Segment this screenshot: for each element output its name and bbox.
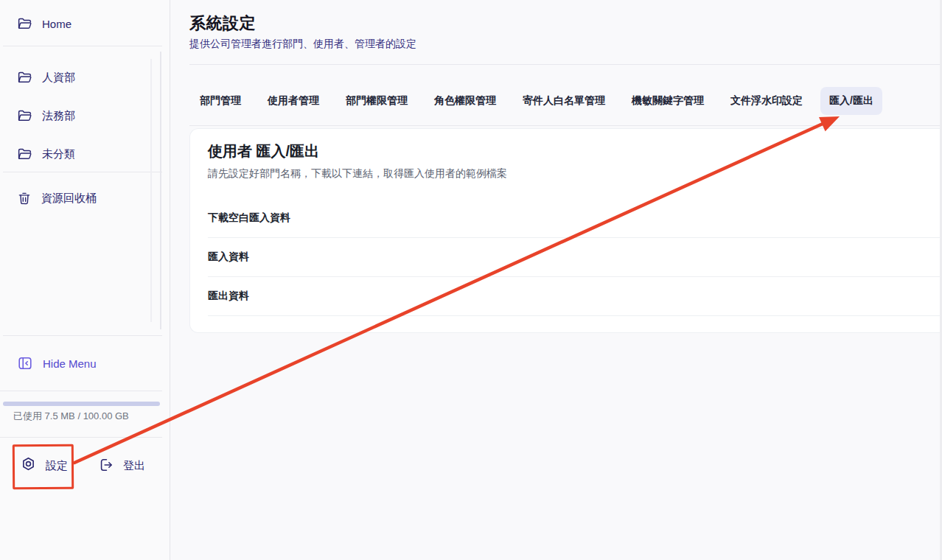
trash-icon bbox=[17, 191, 32, 206]
divider bbox=[3, 46, 162, 46]
folder-icon bbox=[17, 16, 32, 32]
tab-department-management[interactable]: 部門管理 bbox=[191, 87, 250, 115]
gear-icon bbox=[20, 456, 37, 475]
folder-open-icon bbox=[17, 108, 32, 124]
tab-sender-whitelist[interactable]: 寄件人白名單管理 bbox=[514, 87, 614, 115]
divider bbox=[208, 237, 942, 238]
sidebar: Home 人資部 法務部 未分類 bbox=[0, 0, 170, 560]
sidebar-item-label: 未分類 bbox=[42, 147, 75, 161]
tab-sensitive-keywords[interactable]: 機敏關鍵字管理 bbox=[623, 87, 713, 115]
sidebar-item-label: Home bbox=[42, 18, 71, 30]
folder-open-icon bbox=[17, 147, 32, 162]
sidebar-item-label: 法務部 bbox=[42, 109, 75, 123]
page-subtitle: 提供公司管理者進行部門、使用者、管理者的設定 bbox=[189, 38, 416, 51]
divider bbox=[208, 315, 942, 316]
hide-menu-button[interactable]: Hide Menu bbox=[0, 345, 162, 382]
sidebar-item-label: 資源回收桶 bbox=[41, 192, 97, 206]
hide-menu-label: Hide Menu bbox=[43, 357, 97, 370]
panel-heading: 使用者 匯入/匯出 bbox=[208, 141, 319, 161]
collapse-sidebar-icon bbox=[17, 355, 33, 371]
sidebar-item-recycle-bin[interactable]: 資源回收桶 bbox=[0, 179, 162, 217]
logout-icon bbox=[98, 457, 114, 475]
tab-document-watermark[interactable]: 文件浮水印設定 bbox=[722, 87, 812, 115]
download-blank-import-link[interactable]: 下載空白匯入資料 bbox=[208, 211, 290, 225]
scrollbar-track[interactable] bbox=[150, 59, 152, 322]
tab-import-export[interactable]: 匯入/匯出 bbox=[820, 87, 882, 115]
sidebar-item-folder-hr[interactable]: 人資部 bbox=[0, 58, 162, 97]
logout-button[interactable]: 登出 bbox=[98, 454, 145, 477]
logout-label: 登出 bbox=[123, 459, 145, 473]
tab-user-management[interactable]: 使用者管理 bbox=[259, 87, 328, 115]
divider bbox=[0, 391, 162, 391]
sidebar-item-label: 人資部 bbox=[42, 71, 75, 85]
sidebar-item-folder-uncategorized[interactable]: 未分類 bbox=[0, 135, 162, 173]
import-export-panel: 使用者 匯入/匯出 請先設定好部門名稱，下載以下連結，取得匯入使用者的範例檔案 … bbox=[189, 128, 942, 333]
tab-role-permissions[interactable]: 角色權限管理 bbox=[425, 87, 505, 115]
divider bbox=[189, 64, 942, 65]
settings-tabs: 部門管理 使用者管理 部門權限管理 角色權限管理 寄件人白名單管理 機敏關鍵字管… bbox=[191, 87, 882, 115]
import-data-link[interactable]: 匯入資料 bbox=[208, 251, 249, 264]
scrollbar-track[interactable] bbox=[160, 52, 161, 329]
folder-open-icon bbox=[17, 70, 32, 85]
page-title: 系統設定 bbox=[189, 13, 256, 35]
divider bbox=[208, 276, 942, 277]
panel-description: 請先設定好部門名稱，下載以下連結，取得匯入使用者的範例檔案 bbox=[208, 167, 507, 181]
main-content: 系統設定 提供公司管理者進行部門、使用者、管理者的設定 部門管理 使用者管理 部… bbox=[170, 0, 942, 560]
export-data-link[interactable]: 匯出資料 bbox=[208, 290, 249, 303]
sidebar-item-folder-legal[interactable]: 法務部 bbox=[0, 97, 162, 135]
divider bbox=[3, 172, 162, 172]
settings-button[interactable]: 設定 bbox=[20, 454, 68, 477]
divider bbox=[0, 437, 162, 438]
settings-label: 設定 bbox=[46, 459, 68, 473]
tab-department-permissions[interactable]: 部門權限管理 bbox=[337, 87, 416, 115]
divider bbox=[189, 125, 942, 126]
divider bbox=[3, 335, 162, 336]
storage-usage-bar bbox=[3, 402, 160, 406]
sidebar-item-home[interactable]: Home bbox=[0, 6, 162, 41]
storage-usage-text: 已使用 7.5 MB / 100.00 GB bbox=[13, 410, 129, 423]
